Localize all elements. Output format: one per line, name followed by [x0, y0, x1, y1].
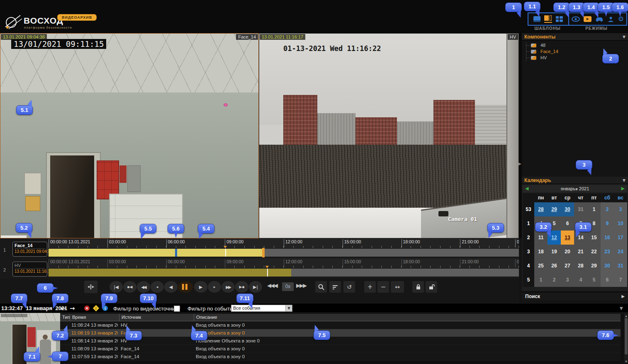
calendar-day[interactable]: 1 [534, 273, 548, 287]
lock-button[interactable] [412, 281, 424, 293]
calendar-day[interactable]: 29 [548, 202, 561, 216]
calendar-collapse-icon[interactable]: ▼ [623, 177, 626, 184]
calendar-day[interactable]: 31 [574, 202, 587, 216]
calendar-day[interactable]: 18 [534, 245, 548, 259]
calendar-day[interactable]: 3 [561, 273, 574, 287]
playhead-line[interactable] [267, 269, 268, 277]
calendar-day[interactable]: 6 [561, 216, 574, 231]
zoom-timeline-button[interactable] [315, 281, 327, 293]
step-back-button[interactable]: ◂ [151, 281, 164, 293]
event-row[interactable]: 11:08:19 13 января 2021Face_14Вход объек… [60, 329, 621, 337]
play-backward-button[interactable]: ◀ [164, 281, 178, 293]
calendar-year[interactable]: 2021 [579, 186, 589, 191]
zoom-in-button[interactable]: + [364, 281, 376, 293]
calendar-day[interactable]: 29 [587, 259, 601, 273]
live-view-eye-icon[interactable] [572, 16, 580, 22]
camera-tile-face14[interactable]: 13.01.2021 09:04:38 Face_14 13/01/2021 0… [0, 33, 259, 238]
zoom-out-button[interactable]: − [377, 281, 389, 293]
components-collapse-icon[interactable]: ▼ [623, 33, 626, 41]
calendar-month[interactable]: январь [561, 186, 576, 191]
column-header-description[interactable]: Описание [194, 314, 621, 321]
calendar-day[interactable]: 15 [587, 231, 601, 245]
panel-divider[interactable]: ▶ [519, 33, 522, 238]
jump-to-start-button[interactable]: |◀ [110, 281, 123, 293]
panel-collapse-icon[interactable]: ▶ [518, 162, 521, 166]
prev-month-icon[interactable]: ◀ [525, 185, 528, 192]
calendar-day[interactable]: 2 [601, 202, 614, 216]
calendar-day[interactable]: 27 [561, 259, 574, 273]
calendar-day[interactable]: 20 [561, 245, 574, 259]
rewind-button[interactable]: ◀◀ [137, 281, 150, 293]
warning-filter-icon[interactable]: ! [93, 305, 100, 312]
month-dropdown-icon[interactable]: ▼ [575, 188, 577, 191]
timeline-row2-label[interactable]: HV 13.01.2021 11:16:17 [12, 262, 47, 277]
dropdown-arrow-icon[interactable]: ▼ [285, 305, 292, 311]
next-event-button[interactable]: → [70, 305, 75, 312]
tree-item-48[interactable]: 48 [526, 42, 626, 49]
calendar-day[interactable]: 16 [601, 231, 614, 245]
components-panel-header[interactable]: ▼ Компоненты [522, 33, 628, 41]
panel-dropdown-icon[interactable]: ▼ [620, 306, 623, 311]
calendar-day[interactable]: 24 [614, 245, 627, 259]
unlock-button[interactable] [426, 281, 437, 293]
jump-to-end-button[interactable]: ▶| [249, 281, 262, 293]
settings-gear-icon[interactable]: ⚙ [618, 16, 624, 22]
event-marks-button[interactable] [329, 281, 341, 293]
calendar-day[interactable]: 28 [574, 259, 587, 273]
calendar-day[interactable]: 22 [587, 245, 601, 259]
calendar-day[interactable]: 26 [548, 259, 561, 273]
speed-faster-button[interactable]: ▶▶▶ [296, 282, 306, 289]
calendar-day[interactable]: 23 [601, 245, 614, 259]
calendar-day[interactable]: 17 [614, 231, 627, 245]
calendar-day[interactable]: 10 [614, 216, 627, 231]
calendar-day[interactable]: 1 [587, 202, 601, 216]
filter-source-checkbox[interactable] [174, 306, 180, 312]
pause-button[interactable]: ▌▌ [178, 281, 193, 293]
column-header-time[interactable]: Время [70, 314, 119, 321]
calendar-day[interactable]: 21 [574, 245, 587, 259]
calendar-day[interactable]: 6 [601, 273, 614, 287]
operator-person-icon[interactable] [607, 16, 614, 22]
calendar-day[interactable]: 28 [534, 202, 548, 216]
calendar-day[interactable]: 3 [614, 202, 627, 216]
event-row[interactable]: 11:07:59 13 января 2021Face_14Вход объек… [60, 353, 621, 361]
calendar-day[interactable]: 11 [534, 231, 548, 245]
events-scrollbar[interactable]: ▲ ▼ [624, 314, 628, 363]
calendar-day[interactable]: 30 [561, 202, 574, 216]
prev-event-button[interactable]: ← [61, 305, 66, 312]
fast-forward-button[interactable]: ▶▶ [222, 281, 235, 293]
event-row[interactable]: 11:08:14 13 января 2021HVПоявление Объек… [60, 337, 621, 345]
timeline-ruler-1[interactable]: 00:00:00 13.01.202103:00:0006:00:0009:00… [49, 238, 519, 248]
calendar-day[interactable]: 31 [614, 259, 627, 273]
next-fragment-button[interactable]: ▶▪ [235, 281, 248, 293]
event-row[interactable]: 11:08:09 13 января 2021Face_14Вход объек… [60, 345, 621, 353]
speed-slower-button[interactable]: ◀◀◀ [267, 282, 277, 289]
scroll-up-icon[interactable]: ▲ [624, 314, 628, 317]
column-header-type[interactable]: Тип [60, 314, 70, 321]
prev-fragment-button[interactable]: ▪◀ [123, 281, 136, 293]
event-filter-dropdown[interactable]: Все события ▼ [231, 305, 292, 312]
calendar-day[interactable]: 19 [548, 245, 561, 259]
layout-single-icon[interactable] [533, 16, 540, 22]
calendar-day[interactable]: 30 [601, 259, 614, 273]
layout-dual-icon[interactable] [544, 15, 552, 23]
play-button[interactable]: ▶ [194, 281, 207, 293]
layout-quad-icon[interactable] [556, 16, 563, 22]
scroll-down-icon[interactable]: ▼ [624, 360, 628, 363]
column-header-source[interactable]: Источник [119, 314, 194, 321]
search-expand-icon[interactable]: ▶ [621, 292, 625, 301]
reset-view-button[interactable]: ↺ [343, 281, 355, 293]
timeline-row1-label[interactable]: Face_14 13.01.2021 09:04:38 [12, 242, 47, 257]
timeline-track-2[interactable] [49, 269, 519, 277]
playhead-line[interactable] [225, 249, 226, 257]
calendar-day[interactable]: 5 [587, 273, 601, 287]
calendar-day[interactable]: 2 [548, 273, 561, 287]
step-forward-button[interactable]: ▸ [208, 281, 221, 293]
next-month-icon[interactable]: ▶ [621, 185, 625, 192]
event-row[interactable]: 11:08:24 13 января 2021HVВход объекта в … [60, 321, 621, 329]
search-section-header[interactable]: ▶ Поиск [522, 292, 628, 300]
fit-width-button[interactable]: ↔ [391, 281, 404, 293]
timeline-track-1[interactable] [49, 249, 519, 257]
calendar-day[interactable]: 4 [574, 273, 587, 287]
scrollbar-thumb[interactable] [625, 318, 628, 354]
